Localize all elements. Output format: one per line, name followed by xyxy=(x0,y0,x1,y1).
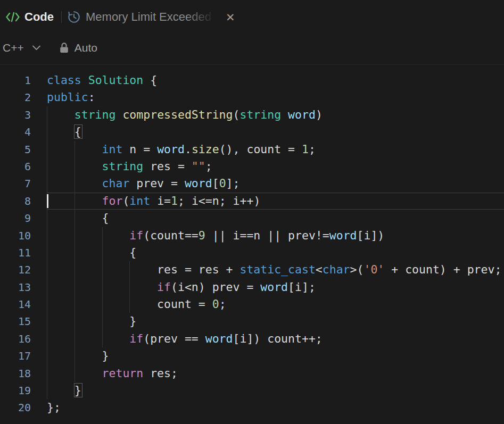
code-line[interactable]: 12 res = res + static_cast<char>('0' + c… xyxy=(0,261,504,278)
language-label: C++ xyxy=(3,41,24,54)
code-content[interactable]: string compressedString(string word) xyxy=(47,106,504,123)
tab-memory-limit-exceeded[interactable]: Memory Limit Exceeded ✕ xyxy=(67,10,235,24)
close-icon[interactable]: ✕ xyxy=(226,12,235,23)
editor-toolbar: C++ Auto xyxy=(0,31,504,65)
code-content[interactable]: if(i<n) prev = word[i]; xyxy=(47,279,504,296)
code-line[interactable]: 14 count = 0; xyxy=(0,296,504,313)
line-number[interactable]: 6 xyxy=(0,158,31,175)
code-content[interactable]: int n = word.size(), count = 1; xyxy=(47,141,504,158)
code-content[interactable]: for(int i=1; i<=n; i++) xyxy=(47,193,504,210)
code-line[interactable]: 6 string res = ""; xyxy=(0,158,504,175)
code-content[interactable]: { xyxy=(47,210,504,227)
line-number[interactable]: 12 xyxy=(0,261,31,278)
line-number[interactable]: 13 xyxy=(0,279,31,296)
tab-code-label: Code xyxy=(24,10,54,24)
code-line[interactable]: 19 } xyxy=(0,382,504,399)
line-number[interactable]: 18 xyxy=(0,365,31,382)
code-line[interactable]: 5 int n = word.size(), count = 1; xyxy=(0,141,504,158)
code-line[interactable]: 2public: xyxy=(0,89,504,106)
line-number[interactable]: 19 xyxy=(0,382,31,399)
code-line[interactable]: 18 return res; xyxy=(0,365,504,382)
code-content[interactable]: if(count==9 || i==n || prev!=word[i]) xyxy=(47,227,504,244)
code-content[interactable]: string res = ""; xyxy=(47,158,504,175)
code-line[interactable]: 4 { xyxy=(0,123,504,140)
line-number[interactable]: 16 xyxy=(0,330,31,347)
code-line[interactable]: 1class Solution { xyxy=(0,72,504,89)
line-number[interactable]: 9 xyxy=(0,210,31,227)
code-content[interactable]: class Solution { xyxy=(47,72,504,89)
lock-icon xyxy=(59,42,69,54)
code-content[interactable]: }; xyxy=(47,399,504,416)
label-fade xyxy=(186,10,220,24)
code-line[interactable]: 9 { xyxy=(0,210,504,227)
tab-code[interactable]: Code xyxy=(5,10,57,24)
code-line[interactable]: 13 if(i<n) prev = word[i]; xyxy=(0,279,504,296)
code-line[interactable]: 16 if(prev == word[i]) count++; xyxy=(0,330,504,347)
code-line[interactable]: 11 { xyxy=(0,244,504,261)
editor-tab-bar: Code Memory Limit Exceeded ✕ xyxy=(0,0,504,31)
tab-result-label-wrap: Memory Limit Exceeded xyxy=(86,10,220,24)
code-content[interactable]: count = 0; xyxy=(47,296,504,313)
code-line[interactable]: 20}; xyxy=(0,399,504,416)
code-line[interactable]: 17 } xyxy=(0,347,504,364)
line-number[interactable]: 17 xyxy=(0,347,31,364)
code-content[interactable]: { xyxy=(47,123,504,140)
code-content[interactable]: } xyxy=(47,313,504,330)
code-content[interactable]: return res; xyxy=(47,365,504,382)
code-content[interactable]: res = res + static_cast<char>('0' + coun… xyxy=(47,261,504,278)
code-content[interactable]: if(prev == word[i]) count++; xyxy=(47,330,504,347)
line-number[interactable]: 2 xyxy=(0,89,31,106)
code-content[interactable]: public: xyxy=(47,89,504,106)
code-content[interactable]: } xyxy=(47,347,504,364)
line-number[interactable]: 14 xyxy=(0,296,31,313)
line-number[interactable]: 4 xyxy=(0,123,31,140)
line-number[interactable]: 8 xyxy=(0,193,31,210)
line-number[interactable]: 1 xyxy=(0,72,31,89)
code-line[interactable]: 8 for(int i=1; i<=n; i++) xyxy=(0,193,504,210)
language-selector[interactable]: C++ xyxy=(3,41,42,54)
code-line[interactable]: 7 char prev = word[0]; xyxy=(0,175,504,192)
line-number[interactable]: 5 xyxy=(0,141,31,158)
text-cursor xyxy=(47,194,48,208)
line-number[interactable]: 7 xyxy=(0,175,31,192)
code-line[interactable]: 15 } xyxy=(0,313,504,330)
code-content[interactable]: char prev = word[0]; xyxy=(47,175,504,192)
code-content[interactable]: } xyxy=(47,382,504,399)
line-number[interactable]: 3 xyxy=(0,106,31,123)
auto-format-toggle[interactable]: Auto xyxy=(59,41,97,54)
code-icon xyxy=(5,11,20,23)
line-number[interactable]: 10 xyxy=(0,227,31,244)
chevron-down-icon xyxy=(31,42,42,53)
line-number[interactable]: 20 xyxy=(0,399,31,416)
code-editor[interactable]: 1class Solution {2public:3 string compre… xyxy=(0,65,504,417)
tab-divider xyxy=(61,11,62,23)
code-content[interactable]: { xyxy=(47,244,504,261)
history-icon xyxy=(67,10,81,24)
line-number[interactable]: 11 xyxy=(0,244,31,261)
code-line[interactable]: 10 if(count==9 || i==n || prev!=word[i]) xyxy=(0,227,504,244)
line-number[interactable]: 15 xyxy=(0,313,31,330)
code-editor-panel: Code Memory Limit Exceeded ✕ C++ xyxy=(0,0,504,424)
code-line[interactable]: 3 string compressedString(string word) xyxy=(0,106,504,123)
auto-label: Auto xyxy=(75,41,97,54)
